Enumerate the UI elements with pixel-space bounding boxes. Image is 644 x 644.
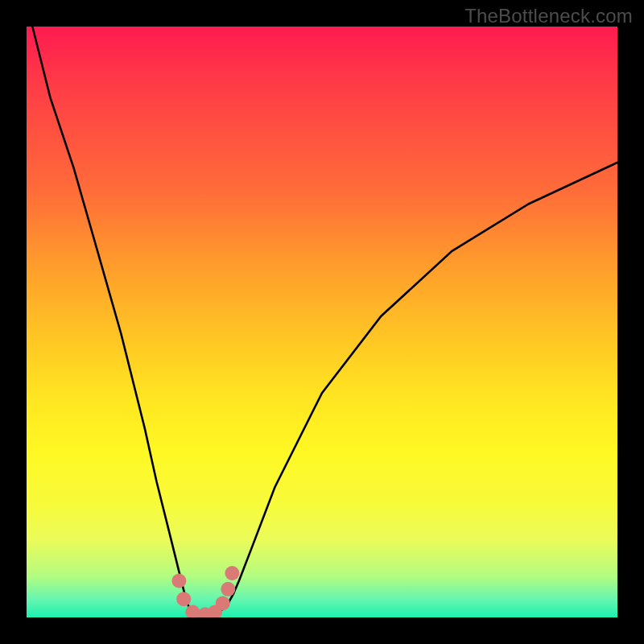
marker-dot bbox=[171, 574, 186, 588]
plot-svg bbox=[27, 27, 617, 617]
plot-area bbox=[27, 27, 617, 617]
marker-dot bbox=[176, 592, 191, 606]
marker-dot bbox=[185, 605, 200, 617]
watermark-text: TheBottleneck.com bbox=[464, 5, 633, 27]
chart-frame: TheBottleneck.com bbox=[0, 0, 644, 644]
marker-dot bbox=[221, 582, 235, 597]
marker-dot bbox=[225, 566, 239, 580]
marker-series bbox=[171, 566, 239, 617]
primary-curve bbox=[32, 27, 617, 615]
marker-dot bbox=[216, 596, 230, 610]
